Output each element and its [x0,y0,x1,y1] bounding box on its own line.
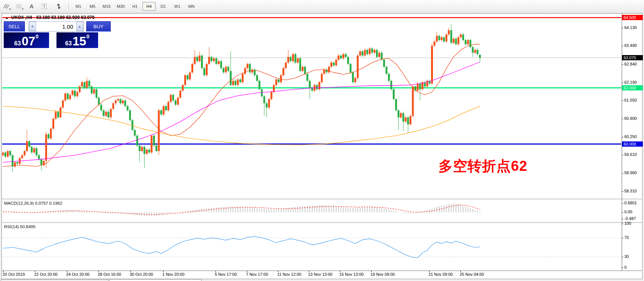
volume-decrease-button[interactable]: ▼ [29,22,36,31]
arrows-icon [56,3,62,9]
price-axis-tick [622,137,623,137]
macd-axis-label: -0.487 [624,216,636,221]
buy-button[interactable]: BUY [86,21,111,32]
time-axis-label: 13 Nov 13:00 [308,272,332,277]
rsi-name: RSI(14) [4,224,19,229]
pane-separator[interactable] [2,199,642,199]
rsi-axis-tick [622,257,623,257]
time-axis-tick [130,271,131,272]
price-axis-tick [622,155,623,155]
textbox-icon[interactable]: T [38,1,50,11]
time-axis-label: 1 Nov 20:00 [162,272,184,277]
timeframe-button-m1[interactable]: M1 [72,2,85,11]
time-axis-label: 21 Nov 09:00 [428,272,453,277]
toolbar-separator [68,2,69,11]
price-axis-label: 62.190 [624,80,637,84]
ma-slow-orange [3,106,480,145]
price-badge-63.070: 63.070 [622,55,643,60]
price-axis-label: 64.130 [624,25,637,30]
time-axis-label: 19 Nov 09:00 [370,272,395,277]
rsi-axis-label: 0 [624,265,627,269]
rsi-pane-canvas[interactable] [2,223,621,271]
time-axis-separator [2,271,642,271]
price-axis-label: 58.310 [624,189,637,193]
time-axis-tick [460,271,461,272]
pane-separator[interactable] [2,222,642,223]
price-axis-label: 63.490 [624,43,637,48]
buy-price-display[interactable]: 63 15 0 [56,32,98,48]
price-badge-60.000: 60.000 [622,141,643,147]
time-axis-tick [371,271,372,272]
timeframe-button-m30[interactable]: M30 [114,2,127,11]
timeframe-button-h4[interactable]: H4 [142,2,156,11]
price-axis-label: 59.610 [624,152,637,157]
sell-button[interactable]: SELL [4,21,25,32]
ma-mid-magenta [3,62,480,163]
chart-tab[interactable] [1,279,109,281]
price-badge-62.000: 62.000 [622,85,643,90]
timeframe-buttons: M1M5M15M30H1H4D1W1MN [71,2,198,11]
price-axis-label: 62.840 [624,62,637,66]
macd-name: MACD(12,26,9) [4,201,34,205]
timeframe-button-m15[interactable]: M15 [100,2,113,11]
boxed-t-glyph: T [42,4,47,9]
price-axis-tick [622,83,623,83]
letter-a-glyph: A [30,3,34,9]
macd-axis-label: 0.00 [624,210,632,214]
chart-annotation-text[interactable]: 多空转折点62 [438,157,527,176]
time-axis-tick [247,271,247,272]
time-axis-label: 28 Oct 16:00 [98,272,121,277]
rsi-axis-label: 70 [624,235,629,240]
time-axis-tick [278,271,278,272]
text-icon[interactable]: A [26,1,38,11]
macd-axis-tick [622,212,623,213]
time-axis-label: 20 Oct 2019 [3,272,25,277]
collapse-triangle-icon[interactable]: ▲ [5,16,9,20]
time-axis-tick [429,271,430,272]
pane-separator-highlight [2,223,642,223]
sell-price-display[interactable]: 63 07 0 [4,32,49,48]
time-axis-tick [216,271,216,272]
rsi-axis-tick [622,268,623,268]
time-axis-label: 15 Nov 13:00 [339,272,363,277]
timeframe-button-mn[interactable]: MN [185,2,198,11]
timeframe-button-d1[interactable]: D1 [156,2,170,11]
time-axis-tick [163,271,164,272]
time-axis-label: 22 Oct 20:00 [34,272,58,277]
patterns-icon[interactable]: E [0,1,12,11]
chart-title: ▲ UKOil-,H4 63.180 63.180 62.920 63.070 [5,15,94,20]
arrange-dropdown-button[interactable]: ▾ [51,1,67,11]
symbol-timeframe-label: UKOil-,H4 [11,15,32,20]
time-axis-tick [35,271,35,272]
time-axis-tick [340,271,340,272]
macd-axis-tick [622,203,623,204]
rsi-axis-label: 30 [624,254,629,259]
time-axis-tick [309,271,309,272]
rsi-axis-tick [622,224,623,224]
buy-price-prefix: 63 [65,40,72,47]
price-badge-64.500: 64.500 [622,15,643,20]
sell-price-sup: 0 [36,30,39,43]
time-axis-tick [98,271,99,272]
time-axis-label: 11 Nov 12:00 [277,272,301,277]
price-axis-tick [622,64,623,65]
volume-input[interactable]: 1.00 [36,22,76,31]
icon-sub-label: E [9,7,11,11]
rsi-axis-tick [622,238,623,238]
price-axis-label: 60.900 [624,116,637,121]
time-axis-label: 25 Nov 04:00 [460,272,484,277]
volume-increase-button[interactable]: ▲ [76,22,83,31]
macd-value-1: 0.0757 [35,201,48,205]
timeframe-button-h1[interactable]: H1 [128,2,142,11]
price-axis-label: 58.960 [624,170,637,175]
macd-axis-tick [622,219,623,219]
pane-separator-highlight [2,199,642,200]
rsi-line [3,236,480,258]
chart-tab-active[interactable] [109,279,201,281]
grid-icon[interactable]: F [13,1,25,11]
price-axis-tick [622,119,623,119]
price-axis-tick [622,191,623,192]
timeframe-button-m5[interactable]: M5 [86,2,99,11]
macd-pane-canvas[interactable] [2,200,621,222]
timeframe-button-w1[interactable]: W1 [171,2,184,11]
